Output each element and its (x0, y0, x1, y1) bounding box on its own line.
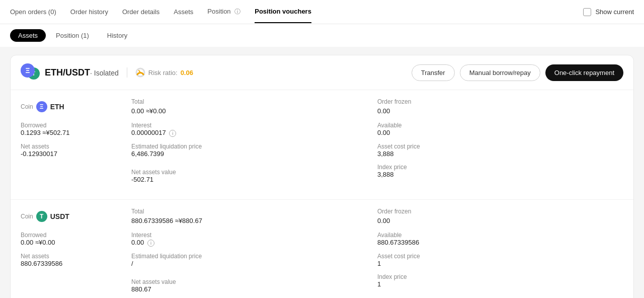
eth-net-assets-value: -0.12930017 (21, 150, 131, 158)
usdt-order-frozen-value: 0.00 (377, 217, 623, 225)
usdt-coin-header: Coin T USDT (21, 208, 131, 225)
usdt-borrowed-cell: Borrowed 0.00 ≈¥0.00 (21, 232, 131, 247)
eth-order-frozen-header: Order frozen 0.00 (377, 98, 623, 115)
usdt-liquidation-cell: Estimated liquidation price / (131, 253, 377, 267)
usdt-available-label: Available (377, 232, 623, 239)
eth-nav-label: Net assets value (131, 169, 377, 176)
nav-open-orders[interactable]: Open orders (0) (10, 1, 56, 23)
top-nav-right: Show current (583, 8, 634, 16)
pair-name: ETH/USDT· Isolated (45, 67, 119, 78)
eth-available-label: Available (377, 122, 623, 129)
eth-coin-name: ETH (50, 103, 64, 111)
usdt-available-cell: Available 880.67339586 (377, 232, 623, 247)
eth-interest-cell: Interest 0.00000017 i (131, 122, 377, 137)
eth-total-label: Total (131, 98, 377, 105)
usdt-total-value: 880.67339586 ≈¥880.67 (131, 217, 377, 225)
eth-asset-cost-price-label: Asset cost price (377, 143, 623, 150)
main-content: Ξ T ETH/USDT· Isolated Risk ratio: 0.06 (0, 47, 644, 298)
eth-available-value: 0.00 (377, 129, 623, 136)
eth-interest-label: Interest (131, 122, 377, 129)
eth-liquidation-value: 6,486.7399 (131, 150, 377, 158)
one-click-repayment-button[interactable]: One-click repayment (545, 64, 623, 81)
nav-position-vouchers[interactable]: Position vouchers (255, 1, 311, 23)
eth-net-assets-label: Net assets (21, 143, 131, 150)
position-card: Ξ T ETH/USDT· Isolated Risk ratio: 0.06 (10, 55, 634, 298)
usdt-nav-value: 880.67 (131, 285, 377, 293)
eth-total-header: Total 0.00 ≈¥0.00 (131, 98, 377, 115)
usdt-index-price-cell: Index price 1 (377, 273, 623, 293)
eth-coin-label: Coin (21, 103, 33, 110)
usdt-asset-cost-price-cell: Asset cost price 1 (377, 253, 623, 267)
usdt-index-price-label: Index price (377, 273, 623, 280)
usdt-order-frozen-header: Order frozen 0.00 (377, 208, 623, 225)
eth-liquidation-cell: Estimated liquidation price 6,486.7399 (131, 143, 377, 158)
top-navigation: Open orders (0) Order history Order deta… (0, 0, 644, 24)
eth-order-frozen-label: Order frozen (377, 98, 623, 105)
nav-position[interactable]: Position ⓘ (207, 1, 240, 23)
usdt-nav-label: Net assets value (131, 278, 377, 285)
usdt-nav-cell: Net assets value 880.67 (131, 278, 377, 293)
eth-asset-cost-price-value: 3,888 (377, 150, 623, 158)
usdt-interest-label: Interest (131, 232, 377, 239)
usdt-order-frozen-label: Order frozen (377, 208, 623, 215)
usdt-borrowed-label: Borrowed (21, 232, 131, 239)
eth-section: Coin Ξ ETH Total 0.00 ≈¥0.00 Order froze… (11, 90, 633, 200)
usdt-total-header: Total 880.67339586 ≈¥880.67 (131, 208, 377, 225)
tab-assets[interactable]: Assets (10, 29, 46, 42)
card-actions: Transfer Manual borrow/repay One-click r… (412, 64, 623, 81)
eth-available-cell: Available 0.00 (377, 122, 623, 137)
sub-tabs: Assets Position (1) History (0, 24, 644, 47)
transfer-button[interactable]: Transfer (412, 64, 455, 81)
eth-interest-info-icon[interactable]: i (169, 130, 176, 137)
eth-asset-cost-price-cell: Asset cost price 3,888 (377, 143, 623, 158)
eth-net-assets-value-cell: Net assets value -502.71 (131, 169, 377, 183)
show-current-label: Show current (595, 8, 634, 16)
nav-assets[interactable]: Assets (174, 1, 193, 23)
eth-index-price-label: Index price (377, 164, 623, 171)
usdt-section: Coin T USDT Total 880.67339586 ≈¥880.67 … (11, 200, 633, 298)
risk-ratio: Risk ratio: 0.06 (135, 67, 193, 78)
risk-gauge-icon (135, 67, 145, 78)
eth-liquidation-label: Estimated liquidation price (131, 143, 377, 150)
eth-small-icon: Ξ (36, 101, 47, 112)
usdt-interest-cell: Interest 0.00 i (131, 232, 377, 247)
usdt-net-assets-value: 880.67339586 (21, 260, 131, 267)
usdt-coin-name: USDT (50, 212, 69, 220)
usdt-asset-cost-price-label: Asset cost price (377, 253, 623, 260)
eth-index-price-value: 3,888 (377, 171, 623, 178)
eth-borrowed-value: 0.1293 ≈¥502.71 (21, 129, 131, 136)
tab-position[interactable]: Position (1) (48, 29, 97, 42)
manual-borrow-repay-button[interactable]: Manual borrow/repay (460, 64, 540, 81)
usdt-total-label: Total (131, 208, 377, 215)
usdt-coin-label: Coin (21, 213, 33, 220)
usdt-borrowed-value: 0.00 ≈¥0.00 (21, 239, 131, 246)
nav-order-history[interactable]: Order history (70, 1, 108, 23)
risk-value: 0.06 (181, 69, 193, 77)
usdt-liquidation-value: / (131, 260, 377, 267)
usdt-available-value: 880.67339586 (377, 239, 623, 246)
tab-history[interactable]: History (99, 29, 135, 42)
usdt-interest-value: 0.00 i (131, 239, 377, 247)
usdt-small-icon: T (36, 211, 47, 222)
eth-order-frozen-value: 0.00 (377, 107, 623, 115)
risk-label: Risk ratio: (148, 69, 178, 77)
position-info-icon: ⓘ (234, 8, 240, 15)
eth-borrowed-label: Borrowed (21, 122, 131, 129)
usdt-asset-cost-price-value: 1 (377, 260, 623, 267)
eth-coin-header: Coin Ξ ETH (21, 98, 131, 115)
show-current-checkbox[interactable] (583, 8, 591, 16)
eth-index-price-cell: Index price 3,888 (377, 164, 623, 183)
nav-order-details[interactable]: Order details (122, 1, 159, 23)
usdt-interest-info-icon[interactable]: i (147, 240, 154, 247)
card-header: Ξ T ETH/USDT· Isolated Risk ratio: 0.06 (11, 55, 633, 90)
usdt-index-price-value: 1 (377, 280, 623, 288)
eth-net-assets-cell: Net assets -0.12930017 (21, 143, 131, 183)
eth-total-value: 0.00 ≈¥0.00 (131, 107, 377, 115)
svg-line-1 (139, 70, 140, 72)
eth-interest-value: 0.00000017 i (131, 129, 377, 137)
usdt-net-assets-cell: Net assets 880.67339586 (21, 253, 131, 293)
eth-borrowed-cell: Borrowed 0.1293 ≈¥502.71 (21, 122, 131, 137)
eth-coin-icon: Ξ (21, 63, 35, 78)
header-divider (127, 67, 127, 78)
usdt-net-assets-label: Net assets (21, 253, 131, 260)
